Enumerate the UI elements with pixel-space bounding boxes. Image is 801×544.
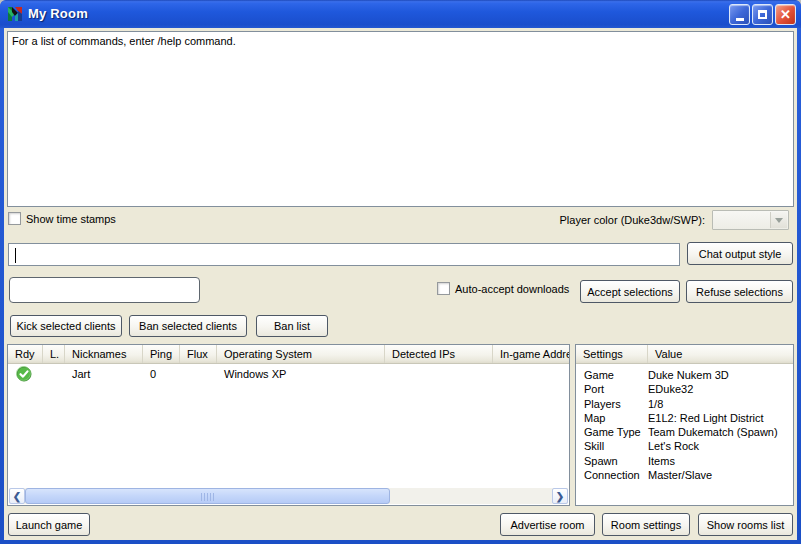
accept-selections-button[interactable]: Accept selections [580, 280, 680, 303]
col-value[interactable]: Value [648, 345, 794, 363]
list-item[interactable]: Skill Let's Rock [576, 439, 793, 453]
show-rooms-list-button[interactable]: Show rooms list [698, 513, 793, 536]
scrollbar-left-arrow-icon[interactable]: ❮ [9, 488, 25, 504]
show-time-stamps-checkbox[interactable] [8, 212, 21, 225]
list-item[interactable]: Map E1L2: Red Light District [576, 411, 793, 425]
list-item[interactable]: Spawn Items [576, 454, 793, 468]
setting-value: EDuke32 [648, 382, 793, 396]
col-ping[interactable]: Ping [143, 345, 180, 363]
setting-key: Players [576, 397, 648, 411]
cell-detected-ips [385, 365, 493, 383]
app-icon [7, 6, 23, 22]
setting-value: Duke Nukem 3D [648, 368, 793, 382]
setting-key: Port [576, 382, 648, 396]
chat-output-style-button[interactable]: Chat output style [687, 242, 793, 265]
advertise-room-button[interactable]: Advertise room [500, 513, 595, 536]
ban-list-button[interactable]: Ban list [256, 315, 328, 337]
titlebar[interactable]: My Room ✕ [0, 0, 801, 28]
cell-ingame-address [493, 365, 570, 383]
players-table-header[interactable]: Rdy L. Nicknames Ping Flux Operating Sys… [8, 345, 569, 364]
close-icon[interactable]: ✕ [775, 4, 796, 25]
ban-selected-clients-button[interactable]: Ban selected clients [129, 315, 247, 337]
setting-value: 1/8 [648, 397, 793, 411]
horizontal-scrollbar[interactable]: ❮ ❯ [9, 488, 568, 504]
secondary-input[interactable] [9, 277, 200, 303]
list-item[interactable]: Game Type Team Dukematch (Spawn) [576, 425, 793, 439]
cell-nickname: Jart [65, 365, 143, 383]
table-row[interactable]: Jart 0 Windows XP [8, 365, 569, 383]
minimize-icon[interactable] [729, 4, 750, 25]
chevron-down-icon [770, 212, 787, 228]
list-item[interactable]: Connection Master/Slave [576, 468, 793, 482]
col-ingame-address[interactable]: In-game Address [493, 345, 570, 363]
chat-log-text: For a list of commands, enter /help comm… [12, 35, 236, 47]
app-window: My Room ✕ For a list of commands, enter … [0, 0, 801, 544]
col-flux[interactable]: Flux [180, 345, 217, 363]
launch-game-button[interactable]: Launch game [8, 513, 90, 536]
show-time-stamps-label: Show time stamps [26, 213, 116, 225]
col-operating-system[interactable]: Operating System [217, 345, 385, 363]
chat-input[interactable] [8, 243, 680, 266]
kick-selected-clients-button[interactable]: Kick selected clients [10, 315, 122, 337]
setting-key: Spawn [576, 454, 648, 468]
auto-accept-downloads-checkbox[interactable] [437, 282, 450, 295]
list-item[interactable]: Players 1/8 [576, 397, 793, 411]
cell-flux [180, 365, 217, 383]
col-nicknames[interactable]: Nicknames [65, 345, 143, 363]
cell-l [43, 365, 65, 383]
col-rdy[interactable]: Rdy [8, 345, 43, 363]
player-color-label: Player color (Duke3dw/SWP): [560, 214, 706, 226]
maximize-icon[interactable] [752, 4, 773, 25]
col-l[interactable]: L. [43, 345, 65, 363]
setting-value: Let's Rock [648, 439, 793, 453]
scrollbar-thumb[interactable] [25, 488, 390, 504]
room-settings-button[interactable]: Room settings [602, 513, 690, 536]
setting-key: Map [576, 411, 648, 425]
setting-value: Items [648, 454, 793, 468]
setting-value: Team Dukematch (Spawn) [648, 425, 793, 439]
settings-table: Settings Value Game Duke Nukem 3D Port E… [575, 344, 794, 506]
scrollbar-right-arrow-icon[interactable]: ❯ [552, 488, 568, 504]
refuse-selections-button[interactable]: Refuse selections [686, 280, 793, 303]
col-settings[interactable]: Settings [576, 345, 648, 363]
ready-icon [16, 366, 32, 382]
cell-ping: 0 [143, 365, 180, 383]
text-caret [15, 248, 16, 263]
chat-log: For a list of commands, enter /help comm… [7, 31, 794, 207]
player-color-dropdown[interactable] [712, 210, 789, 230]
setting-key: Skill [576, 439, 648, 453]
col-detected-ips[interactable]: Detected IPs [385, 345, 493, 363]
setting-key: Game Type [576, 425, 648, 439]
setting-value: E1L2: Red Light District [648, 411, 793, 425]
client-area: For a list of commands, enter /help comm… [4, 28, 797, 540]
setting-value: Master/Slave [648, 468, 793, 482]
settings-table-header[interactable]: Settings Value [576, 345, 793, 364]
setting-key: Connection [576, 468, 648, 482]
auto-accept-downloads-label: Auto-accept downloads [455, 283, 569, 295]
scrollbar-grip-icon [201, 493, 215, 501]
players-table: Rdy L. Nicknames Ping Flux Operating Sys… [7, 344, 570, 506]
list-item[interactable]: Port EDuke32 [576, 382, 793, 396]
cell-os: Windows XP [217, 365, 385, 383]
setting-key: Game [576, 368, 648, 382]
window-title: My Room [28, 6, 88, 21]
list-item[interactable]: Game Duke Nukem 3D [576, 368, 793, 382]
